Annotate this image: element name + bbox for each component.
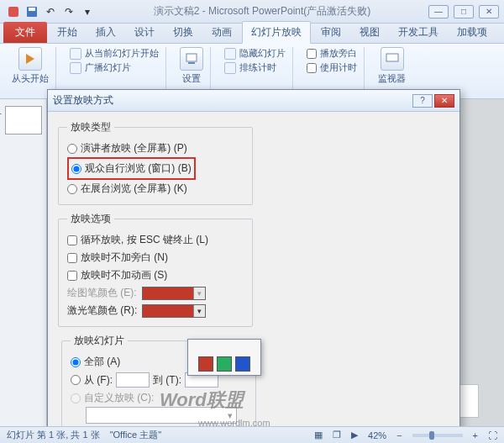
broadcast-icon [70,62,81,74]
from-current-button[interactable]: 从当前幻灯片开始 [70,47,159,60]
check-no-animation[interactable]: 放映时不加动画 (S) [67,266,244,284]
from-current-label: 从当前幻灯片开始 [85,47,159,60]
radio-presenter-label: 演讲者放映 (全屏幕) (P) [81,141,187,156]
view-normal-icon[interactable]: ▦ [314,430,323,440]
dialog-help-button[interactable]: ? [412,94,433,108]
group-show-type: 放映类型 演讲者放映 (全屏幕) (P) 观众自行浏览 (窗口) (B) 在展台… [58,120,253,205]
check-no-narration[interactable]: 放映时不加旁白 (N) [67,249,244,266]
play-narration-label: 播放旁白 [320,47,357,60]
check-loop[interactable]: 循环放映, 按 ESC 键终止 (L) [67,231,244,249]
tab-addin[interactable]: 加载项 [449,22,496,43]
tab-review[interactable]: 审阅 [312,22,349,43]
title-bar: ↶ ↷ ▾ 演示文稿2 - Microsoft PowerPoint(产品激活失… [0,0,504,24]
chevron-down-icon: ▾ [193,305,205,317]
chevron-down-icon: ▾ [228,410,233,421]
group-show-type-legend: 放映类型 [67,120,114,134]
dialog-close-button[interactable]: ✕ [434,94,454,108]
radio-audience[interactable]: 观众自行浏览 (窗口) (B) [71,160,192,177]
svg-rect-6 [386,54,398,61]
zoom-thumb[interactable] [429,431,434,440]
laser-color-picker[interactable]: ▾ [142,304,206,318]
rehearse-button[interactable]: 排练计时 [224,61,286,74]
svg-marker-3 [26,54,34,64]
pen-color-label: 绘图笔颜色 (E): [67,286,137,300]
thumbnail-panel: 1 [0,99,47,426]
use-timings-check[interactable]: 使用计时 [307,61,357,74]
view-sorter-icon[interactable]: ❐ [333,430,341,440]
tab-insert[interactable]: 插入 [87,22,124,43]
chevron-down-icon: ▾ [193,287,205,299]
qat-dropdown-icon[interactable]: ▾ [79,3,96,20]
dialog-body: 放映类型 演讲者放映 (全屏幕) (P) 观众自行浏览 (窗口) (B) 在展台… [48,112,459,443]
tab-slideshow[interactable]: 幻灯片放映 [242,21,311,44]
zoom-value: 42% [368,430,386,440]
svg-rect-0 [8,7,18,17]
check-no-animation-label: 放映时不加动画 (S) [81,268,167,282]
monitor-label: 监视器 [378,72,406,85]
tab-transition[interactable]: 切换 [165,22,202,43]
monitor-button[interactable]: 监视器 [378,47,406,85]
maximize-button[interactable]: □ [454,5,474,18]
rehearse-icon [224,62,236,74]
range-from-input[interactable] [116,372,150,388]
fit-window-icon[interactable]: ⛶ [488,430,497,440]
tab-dev[interactable]: 开发工具 [390,22,447,43]
slide-thumbnail[interactable]: 1 [5,106,42,134]
ribbon-group-hide: 隐藏幻灯片 排练计时 [218,47,293,95]
close-button[interactable]: ✕ [479,5,499,18]
zoom-out-button[interactable]: − [396,430,402,440]
ribbon-group-start: 从头开始 [5,47,56,95]
tab-animation[interactable]: 动画 [203,22,240,43]
tab-file[interactable]: 文件 [3,22,47,43]
ribbon-group-settings: 设置 [173,47,211,95]
color-option-red[interactable] [198,356,213,372]
app-icon[interactable] [5,3,22,20]
radio-kiosk-label: 在展台浏览 (全屏幕) (K) [81,182,187,196]
color-option-blue[interactable] [235,356,250,372]
settings-icon [180,47,203,71]
redo-icon[interactable]: ↷ [60,3,77,20]
zoom-in-button[interactable]: + [473,430,478,440]
settings-button[interactable]: 设置 [180,47,203,85]
ribbon-group-play: 从当前幻灯片开始 广播幻灯片 [63,47,166,95]
save-icon[interactable] [24,3,40,20]
dialog-titlebar[interactable]: 设置放映方式 ? ✕ [48,90,459,112]
pen-color-picker[interactable]: ▾ [142,287,206,300]
tab-design[interactable]: 设计 [126,22,163,43]
range-to-label: 到 (T): [153,373,181,388]
setup-slideshow-dialog: 设置放映方式 ? ✕ 放映类型 演讲者放映 (全屏幕) (P) 观众自行浏览 (… [47,89,460,443]
status-bar: 幻灯片 第 1 张, 共 1 张 "Office 主题" ▦ ❐ ▶ 42% −… [0,426,504,443]
color-option-green[interactable] [217,356,232,372]
radio-kiosk[interactable]: 在展台浏览 (全屏幕) (K) [67,180,244,198]
color-popup[interactable] [187,339,261,376]
tab-start[interactable]: 开始 [49,22,86,43]
settings-label: 设置 [182,72,201,85]
radio-presenter[interactable]: 演讲者放映 (全屏幕) (P) [67,140,244,157]
hide-slide-label: 隐藏幻灯片 [239,47,286,60]
radio-all-label: 全部 (A) [84,355,120,369]
quick-access-toolbar: ↶ ↷ ▾ [5,3,96,20]
group-show-options: 放映选项 循环放映, 按 ESC 键终止 (L) 放映时不加旁白 (N) 放映时… [58,212,253,327]
from-start-button[interactable]: 从头开始 [12,47,49,85]
minimize-button[interactable]: — [428,5,449,18]
broadcast-button[interactable]: 广播幻灯片 [70,61,159,74]
tab-view[interactable]: 视图 [351,22,388,43]
laser-color-row: 激光笔颜色 (R): ▾ [67,302,244,319]
group-show-slides-legend: 放映幻灯片 [71,334,128,348]
ribbon-group-narration: 播放旁白 使用计时 [300,47,365,95]
custom-show-select: ▾ [86,407,237,424]
broadcast-label: 广播幻灯片 [85,61,131,74]
laser-color-label: 激光笔颜色 (R): [67,303,137,318]
rehearse-label: 排练计时 [239,61,276,74]
zoom-slider[interactable] [412,434,463,437]
view-slideshow-icon[interactable]: ▶ [351,430,358,440]
svg-rect-5 [188,62,195,64]
window-title: 演示文稿2 - Microsoft PowerPoint(产品激活失败) [96,4,428,18]
hide-slide-icon [224,48,236,60]
play-narration-check[interactable]: 播放旁白 [307,47,357,60]
dialog-title: 设置放映方式 [53,93,412,108]
hide-slide-button[interactable]: 隐藏幻灯片 [224,47,286,60]
thumb-number: 1 [0,107,2,116]
undo-icon[interactable]: ↶ [42,3,59,20]
ribbon-group-monitor: 监视器 [371,47,412,95]
